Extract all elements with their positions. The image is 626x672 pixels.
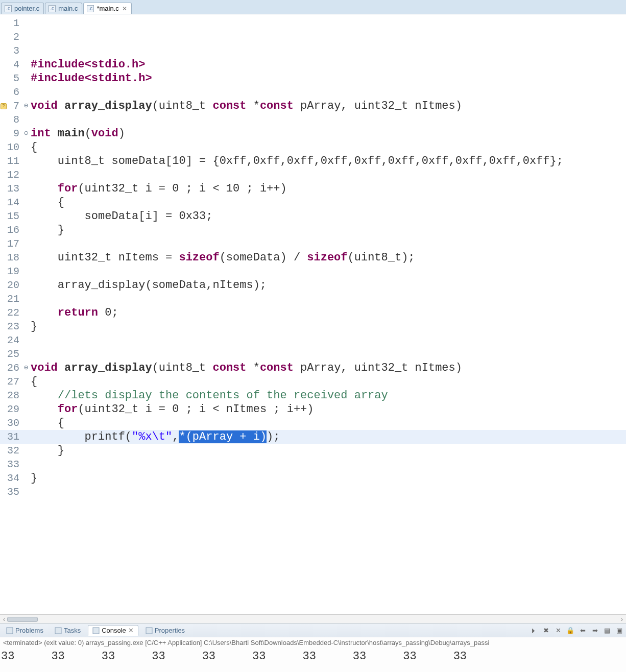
code-content[interactable]: uint32_t nItems = sizeof(someData) / siz…: [30, 251, 415, 265]
code-content[interactable]: [30, 30, 31, 44]
code-editor[interactable]: 1234#include<stdio.h>5#include<stdint.h>…: [0, 14, 626, 614]
code-line[interactable]: ?7⊖void array_display(uint8_t const *con…: [0, 99, 626, 113]
scroll-lock-icon[interactable]: 🔒: [566, 626, 575, 635]
bottom-tab-properties[interactable]: Properties: [141, 626, 189, 635]
code-line[interactable]: 14 {: [0, 196, 626, 209]
code-line[interactable]: 15 someData[i] = 0x33;: [0, 209, 626, 223]
code-line[interactable]: 27{: [0, 375, 626, 389]
code-line[interactable]: 35: [0, 485, 626, 499]
code-content[interactable]: [30, 237, 31, 251]
next-icon[interactable]: ➡: [590, 626, 599, 635]
gutter-marker: [0, 71, 7, 85]
code-content[interactable]: {: [30, 416, 64, 430]
code-content[interactable]: for(uint32_t i = 0 ; i < nItmes ; i++): [30, 402, 314, 416]
code-line[interactable]: 33: [0, 458, 626, 471]
editor-tab-1[interactable]: .cmain.c: [45, 3, 82, 14]
code-content[interactable]: [30, 85, 31, 99]
fold-toggle[interactable]: ⊖: [22, 127, 30, 140]
code-content[interactable]: int main(void): [30, 127, 125, 140]
code-content[interactable]: [30, 485, 31, 499]
code-content[interactable]: return 0;: [30, 306, 118, 320]
code-line[interactable]: 17: [0, 237, 626, 251]
scroll-left-icon[interactable]: ‹: [3, 616, 5, 623]
code-content[interactable]: #include<stdio.h>: [30, 58, 145, 71]
code-content[interactable]: void array_display(uint8_t const *const …: [30, 99, 462, 113]
code-line[interactable]: 9⊖int main(void): [0, 127, 626, 140]
code-line[interactable]: 30 {: [0, 416, 626, 430]
code-content[interactable]: printf("%x\t",*(pArray + i));: [30, 430, 280, 444]
bottom-tab-tasks[interactable]: Tasks: [51, 626, 85, 635]
code-content[interactable]: {: [30, 140, 37, 154]
remove-all-icon[interactable]: ✖: [541, 626, 550, 635]
editor-tab-2[interactable]: .c*main.c✕: [83, 3, 131, 14]
code-content[interactable]: [30, 16, 31, 30]
code-line[interactable]: 18 uint32_t nItems = sizeof(someData) / …: [0, 251, 626, 265]
code-line[interactable]: 21: [0, 292, 626, 306]
code-content[interactable]: [30, 168, 31, 182]
code-content[interactable]: }: [30, 471, 37, 485]
pin-icon[interactable]: ⏵: [529, 626, 538, 635]
code-content[interactable]: {: [30, 196, 64, 209]
code-line[interactable]: 34}: [0, 471, 626, 485]
bottom-tab-label: Console: [102, 627, 126, 634]
display-icon[interactable]: ▤: [603, 626, 612, 635]
code-line[interactable]: 22 return 0;: [0, 306, 626, 320]
scroll-thumb[interactable]: [7, 617, 38, 622]
close-icon[interactable]: ✕: [128, 627, 134, 634]
code-line[interactable]: 24: [0, 333, 626, 347]
code-line[interactable]: 6: [0, 85, 626, 99]
fold-toggle[interactable]: ⊖: [22, 361, 30, 375]
code-content[interactable]: void array_display(uint8_t const *const …: [30, 361, 462, 375]
editor-tab-0[interactable]: .cpointer.c: [1, 3, 44, 14]
code-content[interactable]: [30, 347, 31, 361]
code-line[interactable]: 29 for(uint32_t i = 0 ; i < nItmes ; i++…: [0, 402, 626, 416]
code-line[interactable]: 13 for(uint32_t i = 0 ; i < 10 ; i++): [0, 182, 626, 196]
code-line[interactable]: 26⊖void array_display(uint8_t const *con…: [0, 361, 626, 375]
code-content[interactable]: }: [30, 223, 64, 237]
code-line[interactable]: 4#include<stdio.h>: [0, 58, 626, 71]
code-line[interactable]: 31 printf("%x\t",*(pArray + i));: [0, 430, 626, 444]
editor-horizontal-scrollbar[interactable]: ‹ ›: [0, 614, 626, 623]
code-content[interactable]: }: [30, 320, 37, 333]
scroll-right-icon[interactable]: ›: [621, 616, 623, 623]
fold-toggle[interactable]: ⊖: [22, 99, 30, 113]
gutter-marker: [0, 251, 7, 265]
code-content[interactable]: someData[i] = 0x33;: [30, 209, 212, 223]
code-line[interactable]: 2: [0, 30, 626, 44]
code-content[interactable]: {: [30, 375, 37, 389]
code-content[interactable]: //lets display the contents of the recei…: [30, 389, 388, 402]
code-line[interactable]: 23}: [0, 320, 626, 333]
code-line[interactable]: 10{: [0, 140, 626, 154]
c-file-icon: .c: [87, 5, 94, 12]
code-content[interactable]: }: [30, 444, 64, 458]
code-content[interactable]: [30, 292, 31, 306]
close-icon[interactable]: ✕: [122, 5, 127, 12]
bottom-tab-problems[interactable]: Problems: [2, 626, 47, 635]
code-line[interactable]: 32 }: [0, 444, 626, 458]
code-content[interactable]: [30, 44, 31, 58]
code-line[interactable]: 16 }: [0, 223, 626, 237]
code-line[interactable]: 20 array_display(someData,nItems);: [0, 278, 626, 292]
code-line[interactable]: 8: [0, 113, 626, 127]
bottom-tab-console[interactable]: Console ✕: [88, 625, 138, 636]
remove-icon[interactable]: ✕: [553, 626, 563, 635]
line-number: 6: [7, 85, 22, 99]
code-line[interactable]: 5#include<stdint.h>: [0, 71, 626, 85]
code-line[interactable]: 19: [0, 265, 626, 278]
code-content[interactable]: [30, 458, 31, 471]
terminal-icon[interactable]: ▣: [615, 626, 624, 635]
code-content[interactable]: [30, 265, 31, 278]
code-content[interactable]: #include<stdint.h>: [30, 71, 152, 85]
code-line[interactable]: 12: [0, 168, 626, 182]
code-line[interactable]: 11 uint8_t someData[10] = {0xff,0xff,0xf…: [0, 154, 626, 168]
code-content[interactable]: array_display(someData,nItems);: [30, 278, 267, 292]
code-content[interactable]: [30, 113, 31, 127]
code-content[interactable]: uint8_t someData[10] = {0xff,0xff,0xff,0…: [30, 154, 563, 168]
code-line[interactable]: 3: [0, 44, 626, 58]
prev-icon[interactable]: ⬅: [578, 626, 587, 635]
code-line[interactable]: 28 //lets display the contents of the re…: [0, 389, 626, 402]
code-content[interactable]: [30, 333, 31, 347]
code-line[interactable]: 1: [0, 16, 626, 30]
code-line[interactable]: 25: [0, 347, 626, 361]
code-content[interactable]: for(uint32_t i = 0 ; i < 10 ; i++): [30, 182, 287, 196]
